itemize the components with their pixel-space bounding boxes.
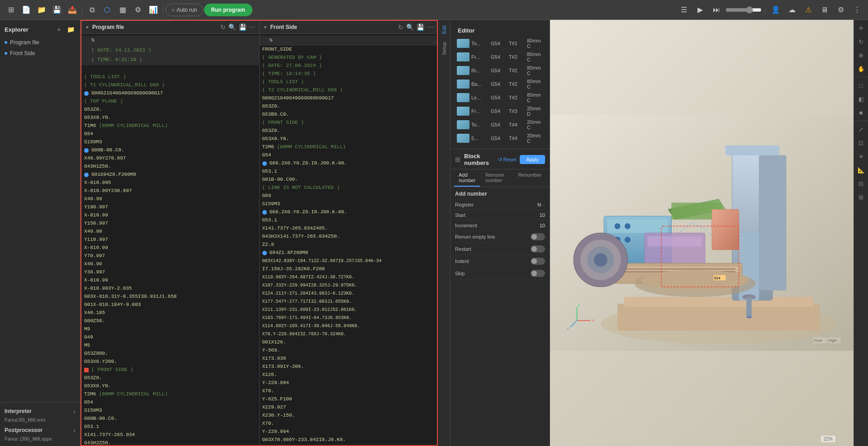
editor-row-5[interactable]: Fr... G54 T#3 20mm D: [454, 104, 546, 118]
rstrip-solid-icon[interactable]: ■: [855, 106, 868, 119]
program-save-icon[interactable]: 💾: [239, 23, 247, 31]
sidebar-folder-button[interactable]: 📁: [66, 24, 76, 34]
postprocessor-download-icon[interactable]: ↓: [73, 427, 76, 433]
program-refresh-icon[interactable]: ↻: [220, 23, 226, 31]
code-x-810-99-4: X-810.99: [81, 277, 259, 285]
monitor-icon[interactable]: 🖥: [817, 3, 832, 17]
indent-toggle[interactable]: [531, 258, 545, 265]
rstrip-pan-icon[interactable]: ✋: [855, 62, 868, 75]
code-x40: X40.99Y270.997: [81, 155, 259, 163]
program-file-panel: ▼ Program file ↻ 🔍 💾 ⋯ % ( DATE: 14.11.2…: [81, 21, 260, 445]
layers-icon[interactable]: ⬡: [100, 3, 114, 17]
save-icon[interactable]: 💾: [50, 3, 64, 17]
rstrip-light-icon[interactable]: ☀: [855, 150, 868, 163]
skip-toggle[interactable]: [531, 270, 545, 277]
menu-dots-icon[interactable]: ⋮: [850, 3, 864, 17]
play-icon[interactable]: ▶: [693, 3, 707, 17]
sidebar-interpreter[interactable]: Interpreter ↓: [4, 406, 76, 416]
editor-row-size-7: 20mm C: [527, 133, 543, 144]
code-g53x0y200: G53X0.Y200.: [81, 358, 259, 366]
editor-row-size-4: 80mm C: [527, 92, 543, 103]
new-file-icon[interactable]: 📄: [19, 3, 33, 17]
front-save-icon[interactable]: 💾: [417, 23, 424, 31]
restart-toggle[interactable]: [531, 245, 545, 253]
apps-icon[interactable]: ⊞: [4, 3, 18, 17]
rstrip-wireframe-icon[interactable]: □: [855, 79, 868, 92]
fs-x173-991: X173.991Y-206.: [260, 363, 437, 371]
sidebar-item-front-side[interactable]: Front Side: [0, 48, 80, 59]
fs-g03x142: G03X142.838Y-194.712Z-32.667I8.257J35.04…: [260, 257, 437, 265]
register-dots[interactable]: ···: [541, 202, 545, 207]
renum-label: Renum empty line: [455, 234, 531, 239]
editor-row-4[interactable]: Le... G54 T#2 80mm C: [454, 91, 546, 104]
increment-value[interactable]: 10: [518, 223, 545, 228]
viewport[interactable]: G54 X Z Y Front Right 22%: [550, 20, 854, 446]
code-x-810-983y: X-810.983Y-2.035: [81, 285, 259, 293]
editor-row-3[interactable]: Ba... G54 T#2 80mm C: [454, 77, 546, 91]
rstrip-rotate-icon[interactable]: ↻: [855, 35, 868, 48]
sidebar-item-program-file[interactable]: Program file: [0, 37, 80, 48]
front-more-icon[interactable]: ⋯: [427, 23, 433, 31]
step-forward-icon[interactable]: ⏭: [709, 3, 724, 17]
sidebar-add-button[interactable]: +: [54, 24, 64, 34]
editor-row-label-6: To...: [471, 122, 489, 127]
rstrip-layers2-icon[interactable]: ⊞: [855, 191, 868, 203]
hamburger-icon[interactable]: ☰: [677, 3, 691, 17]
fs-link-comment: ( LINK IS NOT CALCULATED ): [260, 184, 437, 192]
table-icon[interactable]: ▦: [115, 3, 130, 17]
svg-text:Y: Y: [567, 327, 569, 331]
block-tab-renumber[interactable]: Renumber: [514, 169, 546, 187]
program-file-body[interactable]: % ( DATE: 14.11.2023 ) ( TIME: 9:31:10 )…: [81, 34, 259, 445]
apply-button[interactable]: Apply: [520, 155, 545, 164]
block-form-title: Add number: [455, 191, 545, 197]
front-search-icon[interactable]: 🔍: [406, 23, 414, 31]
front-refresh-icon[interactable]: ↻: [398, 23, 403, 31]
rstrip-fit-icon[interactable]: ⤢: [855, 123, 868, 136]
export-icon[interactable]: 📤: [65, 3, 80, 17]
rstrip-shaded-icon[interactable]: ◧: [855, 93, 868, 105]
program-more-icon[interactable]: ⋯: [249, 23, 256, 31]
sidebar-postprocessor[interactable]: Postprocessor ↓: [4, 425, 76, 435]
rstrip-measure-icon[interactable]: 📐: [855, 164, 868, 176]
renum-toggle[interactable]: [531, 233, 545, 240]
fs-t2m6: T2M6 (80MM CYLINDRICAL MILL): [260, 143, 437, 151]
block-tab-remove[interactable]: Remove number: [481, 169, 512, 187]
fs-y-229-3: Y-229.994: [260, 428, 437, 436]
run-program-button[interactable]: Run program: [204, 4, 252, 16]
copy-icon[interactable]: ⧉: [85, 3, 99, 17]
start-value[interactable]: 10: [518, 212, 545, 218]
autorun-button[interactable]: ○ Auto run: [166, 4, 203, 16]
vtab-setup[interactable]: Setup: [440, 38, 449, 59]
alert-icon[interactable]: ⚠: [801, 3, 816, 17]
rstrip-zoom-icon[interactable]: ⊕: [855, 49, 868, 61]
block-tab-add[interactable]: Add number: [454, 169, 480, 187]
speed-slider[interactable]: [726, 6, 762, 14]
editor-row-2[interactable]: Ri... G54 T#2 80mm C: [454, 64, 546, 77]
rstrip-cursor-icon[interactable]: ✛: [855, 22, 868, 34]
cloud-icon[interactable]: ☁: [785, 3, 799, 17]
editor-row-7[interactable]: 5... G54 T#4 20mm C: [454, 131, 546, 145]
program-chevron[interactable]: ▼: [85, 25, 90, 30]
settings-icon[interactable]: ⚙: [834, 3, 848, 17]
rstrip-section-icon[interactable]: ⊟: [855, 177, 868, 190]
editor-row-g-0: G54: [491, 41, 507, 46]
open-icon[interactable]: 📁: [34, 3, 49, 17]
code-x141-2: X141.737Y-265.034: [81, 431, 259, 439]
fs-x211: X211.139Y-231.609I-23.012J52.061K0.: [260, 306, 437, 314]
rstrip-view-icon[interactable]: ⊡: [855, 136, 868, 149]
front-side-body[interactable]: % FRONT_SIDE ( GENERATED BY CAM ) ( DATE…: [260, 34, 437, 445]
reset-link[interactable]: ↺ Reset: [498, 157, 517, 163]
editor-row-0[interactable]: To... G54 T#1 80mm C: [454, 37, 546, 50]
block-num-title: Block numbers: [464, 153, 494, 166]
person-icon[interactable]: 👤: [768, 3, 783, 17]
code-g49: G49: [81, 333, 259, 342]
postprocessor-file: Fanuc (30i)_Mill.sppx: [4, 435, 76, 442]
vtab-edit[interactable]: Edit: [440, 22, 449, 38]
front-side-chevron[interactable]: ▼: [263, 25, 268, 30]
program-search-icon[interactable]: 🔍: [228, 23, 236, 31]
drill-icon[interactable]: ⚙: [131, 3, 145, 17]
interpreter-download-icon[interactable]: ↓: [73, 408, 76, 414]
editor-row-6[interactable]: To... G54 T#4 20mm C: [454, 118, 546, 131]
editor-row-1[interactable]: Fr... G54 T#2 80mm C: [454, 50, 546, 64]
report-icon[interactable]: 📊: [146, 3, 161, 17]
